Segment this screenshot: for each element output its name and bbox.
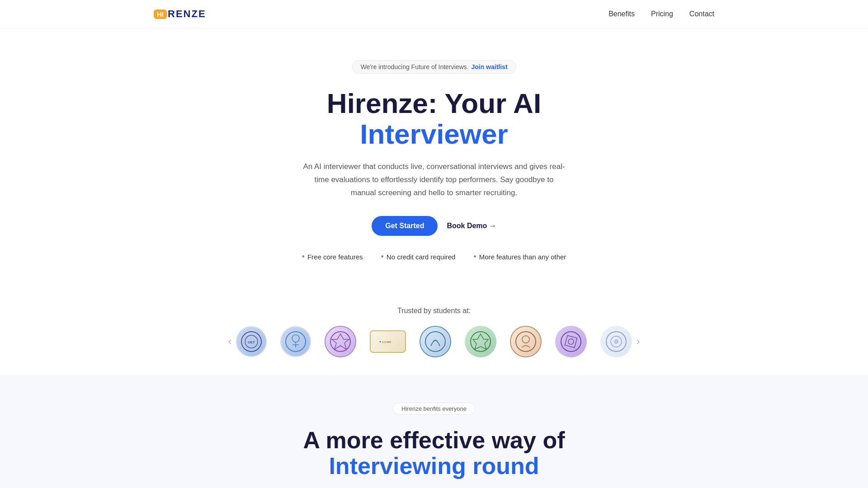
nav-contact[interactable]: Contact [689,10,714,18]
uni-emblem-5 [469,330,492,353]
svg-point-16 [568,339,574,344]
carousel-next-button[interactable]: › [632,336,644,347]
university-logo-5 [465,326,496,357]
feature-free-core: • Free core features [302,252,363,262]
uni-emblem-6 [514,330,537,353]
svg-point-13 [522,336,529,343]
feature-free-core-text: Free core features [307,253,363,261]
svg-point-12 [516,332,536,352]
nav-benefits[interactable]: Benefits [609,10,635,18]
nav-pricing[interactable]: Pricing [651,10,673,18]
svg-point-4 [292,335,299,342]
bottom-title-line1: A more effective way of [303,427,565,453]
hero-features: • Free core features • No credit card re… [302,252,566,262]
uni-emblem-0: UET [240,330,263,353]
university-logo-2 [325,326,356,357]
feature-more-features: • More features than any other [473,252,566,262]
announcement-badge: We're introducing Future of Interviews. … [352,60,516,74]
logo[interactable]: HI RENZE [154,8,206,20]
feature-no-credit-card: • No credit card required [381,252,456,262]
benefits-badge: Hirenze benfits everyone [393,403,475,415]
svg-point-14 [561,332,581,352]
feature-no-credit-card-text: No credit card required [387,253,456,261]
university-logo-8 [600,326,632,357]
university-logo-1 [280,326,311,357]
bottom-title-line2: Interviewing round [329,453,539,479]
uni-emblem-7 [560,330,582,353]
bottom-title: A more effective way of Interviewing rou… [9,427,859,479]
svg-rect-15 [565,336,577,348]
hero-section: We're introducing Future of Interviews. … [0,28,868,307]
svg-point-11 [471,332,491,352]
hero-title-line2: Interviewer [360,118,508,150]
bullet-1: • [302,252,305,262]
university-logo-4 [420,326,451,357]
svg-point-10 [425,332,445,352]
nav-links: Benefits Pricing Contact [609,10,714,18]
university-logo-7 [555,326,587,357]
logo-renze: RENZE [168,8,206,20]
logo-carousel-wrapper: ‹ UET [9,326,859,357]
trusted-label: Trusted by students at: [9,307,859,315]
bottom-section: Hirenze benfits everyone A more effectiv… [0,375,868,488]
svg-point-19 [614,339,618,344]
announcement-text: We're introducing Future of Interviews. [360,63,468,70]
svg-text:UET: UET [248,340,255,344]
svg-point-7 [330,332,350,352]
bullet-3: • [473,252,476,262]
university-logo-0: UET [236,326,267,357]
bullet-2: • [381,252,384,262]
carousel-prev-button[interactable]: ‹ [224,336,236,347]
svg-text:✦ LUMS: ✦ LUMS [379,340,392,343]
join-waitlist-link[interactable]: Join waitlist [471,63,507,70]
logo-carousel: UET ✦ LUMS [236,326,632,357]
book-demo-button[interactable]: Book Demo → [447,222,496,230]
feature-more-features-text: More features than any other [479,253,566,261]
navbar: HI RENZE Benefits Pricing Contact [0,0,868,28]
logo-hi: HI [154,9,167,19]
svg-marker-8 [332,334,349,349]
get-started-button[interactable]: Get Started [372,216,438,236]
hero-subtitle: An AI interviewer that conducts live, co… [303,160,565,200]
uni-emblem-1 [284,330,307,353]
hero-cta: Get Started Book Demo → [372,216,496,236]
university-logo-lums: ✦ LUMS [370,330,406,353]
uni-emblem-4 [424,330,447,353]
uni-emblem-2 [329,330,352,353]
hero-title: Hirenze: Your AI Interviewer [327,88,541,150]
trusted-section: Trusted by students at: ‹ UET [0,307,868,375]
hero-title-line1: Hirenze: Your AI [327,88,541,119]
uni-emblem-lums: ✦ LUMS [377,330,399,353]
uni-emblem-8 [605,330,627,353]
university-logo-6 [510,326,542,357]
